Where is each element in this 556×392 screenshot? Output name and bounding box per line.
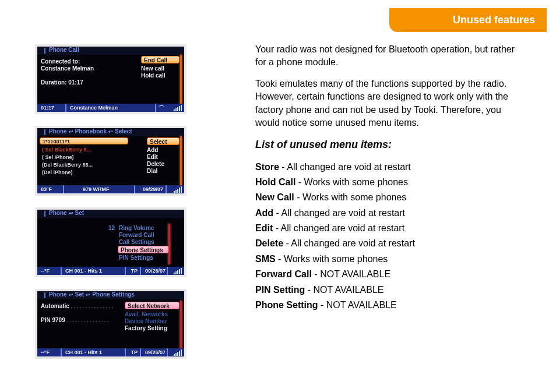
status-tp: TP [131, 267, 138, 274]
unused-item-name: PIN Setting [255, 285, 305, 295]
menu-edit: Edit [147, 154, 178, 160]
pb-row-selected: 1*110011*1 [40, 137, 128, 144]
item-select-network: Select Network [125, 302, 180, 309]
signal-icon [174, 349, 182, 356]
menu-delete: Delete [147, 161, 178, 167]
screen-body: Automatic . . . . . . . . . . . . . . . … [37, 299, 184, 348]
status-date: 09/26/07 [145, 267, 166, 274]
status-temp: 83°F [41, 186, 52, 193]
content-column: Your radio was not designed for Bluetoot… [255, 43, 523, 314]
statusbar: --°F CH 001 - Hits 1 TP 09/26/07 [37, 267, 184, 275]
unused-item: Delete - All changed are void at restart [255, 237, 523, 250]
unused-item-name: Phone Setting [255, 300, 318, 310]
accent-line [180, 55, 182, 108]
unused-item-name: Hold Call [255, 177, 295, 187]
accent-line [168, 224, 170, 264]
unused-item: SMS - Works with some phones [255, 253, 523, 266]
unused-item: Phone Setting - NOT AVAILABLE [255, 299, 523, 312]
unused-item-name: New Call [255, 192, 294, 202]
titlebar: Phone Call [37, 47, 184, 55]
duration-label: Duration: 01:17 [41, 79, 83, 86]
statusbar: 01:17 Constance Melman ⌒ [37, 104, 184, 112]
status-channel: CH 001 - Hits 1 [65, 267, 102, 274]
status-channel: CH 001 - Hits 1 [65, 349, 102, 356]
left-automatic: Automatic . . . . . . . . . . . . . . . [41, 303, 113, 309]
menu-select: Select [147, 137, 180, 145]
screen-body: 1*110011*1 ( Sel BlackBerry 8... ( Sel i… [37, 136, 184, 185]
unused-item: Store - All changed are void at restart [255, 161, 523, 174]
left-pin: PIN 9709 . . . . . . . . . . . . . . . [41, 317, 109, 323]
pb-row: (Del BlackBerry 88... [40, 161, 128, 168]
signal-icon [174, 268, 182, 274]
unused-item-name: Store [255, 162, 279, 172]
accent-line [180, 136, 182, 190]
titlebar: Phone↩Set [37, 210, 184, 218]
unused-item-desc: - NOT AVAILABLE [312, 269, 390, 279]
header-title: Unused features [453, 14, 535, 26]
unused-item-desc: - Works with some phones [276, 254, 388, 264]
unused-item-desc: - All changed are void at restart [279, 162, 411, 172]
status-temp: --°F [41, 349, 50, 356]
status-date: 09/29/07 [143, 186, 163, 193]
statusbar: --°F CH 001 - Hits 1 TP 09/26/07 [37, 348, 184, 356]
menu-new-call: New call [141, 65, 177, 72]
status-temp: --°F [41, 267, 50, 274]
item-factory-setting: Factory Setting [125, 325, 178, 331]
unused-item: Forward Call - NOT AVAILABLE [255, 268, 523, 281]
item-avail-networks: Avail. Networks [125, 311, 178, 317]
title-text: Phone Call [49, 47, 79, 53]
title-text: Phone↩Phonebook↩Select [49, 128, 132, 135]
menu-hold-call: Hold call [141, 72, 177, 79]
unused-item: PIN Setting - NOT AVAILABLE [255, 284, 523, 296]
accent-line [180, 301, 182, 351]
item-forward-call: Forward Call [119, 232, 154, 238]
screenshot-phone-call: Phone Call Connected to: Constance Melma… [35, 44, 186, 114]
unused-item-desc: - All changed are void at restart [283, 238, 415, 248]
item-call-settings: Call Settings [119, 239, 154, 245]
statusbar: 83°F 979 WRMF 09/29/07 [37, 185, 184, 193]
unused-item-desc: - NOT AVAILABLE [318, 300, 397, 310]
pb-row: ( Sel iPhone) [40, 154, 128, 161]
item-phone-settings: Phone Settings [118, 246, 169, 253]
unused-item: Edit - All changed are void at restart [255, 222, 523, 235]
unused-item-name: Edit [255, 223, 273, 233]
screenshot-set: Phone↩Set 12 Ring Volume Forward Call Ca… [35, 207, 186, 277]
connected-name: Constance Melman [41, 65, 94, 72]
screen-body: 12 Ring Volume Forward Call Call Setting… [37, 218, 184, 267]
unused-item: Hold Call - Works with some phones [255, 176, 523, 189]
title-text: Phone↩Set [49, 210, 84, 216]
unused-list: Store - All changed are void at restartH… [255, 161, 523, 312]
status-date: 09/26/07 [145, 349, 166, 356]
antenna-icon: ⌒ [159, 104, 164, 112]
status-name: Constance Melman [70, 104, 118, 111]
title-text: Phone↩Set↩Phone Settings [49, 291, 135, 298]
header-tab: Unused features [389, 8, 547, 32]
item-device-number: Device Number [125, 318, 178, 324]
menu-add: Add [147, 147, 178, 153]
num-indicator: 12 [108, 225, 115, 231]
unused-item: New Call - Works with some phones [255, 191, 523, 204]
titlebar: Phone↩Phonebook↩Select [37, 128, 184, 136]
unused-item-desc: - NOT AVAILABLE [305, 285, 383, 295]
unused-item-name: SMS [255, 254, 276, 264]
signal-icon [174, 105, 182, 111]
screenshot-phone-settings: Phone↩Set↩Phone Settings Automatic . . .… [35, 289, 186, 359]
menu-dial: Dial [147, 168, 178, 174]
unused-item-name: Delete [255, 238, 283, 248]
pb-row: ( Sel BlackBerry 8... [40, 146, 128, 153]
intro-para-1: Your radio was not designed for Bluetoot… [255, 43, 523, 69]
item-pin-settings: PIN Settings [119, 255, 153, 261]
unused-item-name: Forward Call [255, 269, 312, 279]
pb-row: (Del iPhone) [40, 169, 128, 176]
item-ring-volume: Ring Volume [119, 225, 154, 231]
status-time: 01:17 [41, 104, 54, 111]
unused-item-desc: - All changed are void at restart [273, 208, 405, 218]
screenshot-phonebook: Phone↩Phonebook↩Select 1*110011*1 ( Sel … [35, 126, 186, 196]
unused-item-desc: - Works with some phones [295, 177, 408, 187]
list-heading: List of unused menu items: [255, 137, 523, 152]
unused-item-desc: - Works with some phones [294, 192, 407, 202]
titlebar: Phone↩Set↩Phone Settings [37, 291, 184, 299]
connected-label: Connected to: [41, 58, 80, 65]
status-station: 979 WRMF [83, 186, 110, 193]
unused-item-desc: - All changed are void at restart [273, 223, 404, 233]
